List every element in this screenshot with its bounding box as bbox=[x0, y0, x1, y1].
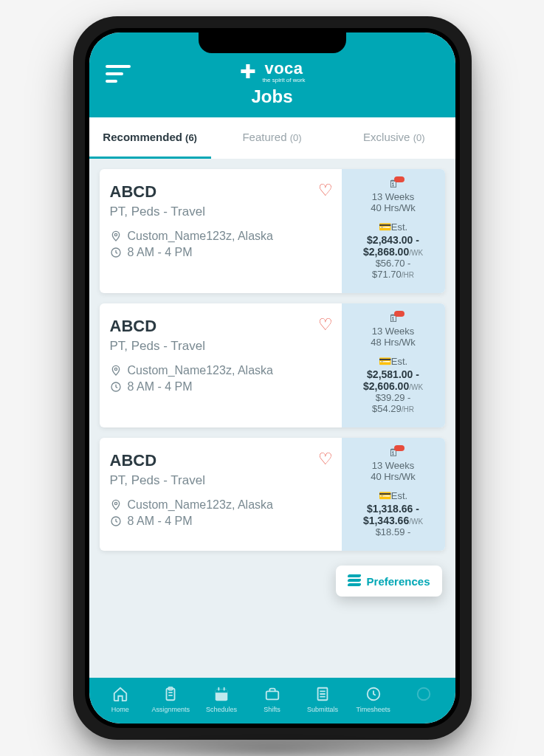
pay-hr-low: $56.70 bbox=[376, 258, 405, 269]
job-location: Custom_Name123z, Alaska bbox=[128, 230, 273, 243]
job-location: Custom_Name123z, Alaska bbox=[128, 364, 273, 377]
tab-count: (0) bbox=[290, 132, 302, 143]
svg-rect-12 bbox=[266, 691, 278, 699]
clock-icon bbox=[110, 247, 122, 258]
calendar-icon: 🗓 bbox=[388, 312, 399, 324]
tab-recommended[interactable]: Recommended (6) bbox=[89, 117, 211, 159]
menu-icon[interactable] bbox=[106, 65, 131, 87]
extra-icon bbox=[415, 685, 433, 703]
job-card[interactable]: ♡ ABCD PT, Peds - Travel Custom_Name123z… bbox=[100, 303, 445, 427]
nav-schedules[interactable]: Schedules bbox=[196, 685, 247, 713]
phone-frame: voca the spirit of work Jobs Recommended… bbox=[73, 16, 472, 740]
job-schedule: 48 Hrs/Wk bbox=[348, 337, 439, 348]
svg-rect-10 bbox=[218, 687, 219, 691]
tab-label: Exclusive bbox=[363, 131, 410, 143]
job-card-side: 🗓 13 Weeks 48 Hrs/Wk 💳Est. $2,581.00 - $… bbox=[342, 303, 445, 427]
job-schedule: 40 Hrs/Wk bbox=[348, 471, 439, 482]
location-icon bbox=[110, 499, 122, 511]
tab-count: (0) bbox=[413, 132, 425, 143]
pay-wk-high: $2,868.00 bbox=[363, 246, 409, 258]
est-label: Est. bbox=[391, 490, 407, 501]
job-list[interactable]: ♡ ABCD PT, Peds - Travel Custom_Name123z… bbox=[89, 159, 455, 678]
est-label: Est. bbox=[391, 356, 407, 367]
layers-icon bbox=[348, 574, 361, 588]
document-icon bbox=[314, 685, 331, 703]
job-location-row: Custom_Name123z, Alaska bbox=[110, 230, 331, 243]
pay-wk-unit: /WK bbox=[409, 383, 423, 391]
clock-nav-icon bbox=[365, 685, 382, 703]
job-hours: 8 AM - 4 PM bbox=[128, 515, 193, 528]
nav-shifts[interactable]: Shifts bbox=[247, 685, 297, 713]
location-icon bbox=[110, 230, 122, 242]
pay-hr-unit: /HR bbox=[402, 405, 414, 413]
job-title: ABCD bbox=[110, 182, 331, 202]
nav-label: Assignments bbox=[152, 706, 190, 713]
job-card-main: ♡ ABCD PT, Peds - Travel Custom_Name123z… bbox=[100, 303, 342, 427]
nav-timesheets[interactable]: Timesheets bbox=[348, 685, 399, 713]
job-hours: 8 AM - 4 PM bbox=[128, 246, 193, 259]
svg-rect-11 bbox=[224, 687, 225, 691]
nav-label: Timesheets bbox=[357, 706, 390, 713]
job-duration: 13 Weeks bbox=[348, 326, 439, 337]
favorite-icon[interactable]: ♡ bbox=[318, 450, 333, 469]
location-icon bbox=[110, 365, 122, 377]
tab-count: (6) bbox=[185, 132, 197, 143]
tab-label: Featured bbox=[242, 131, 286, 143]
clock-icon bbox=[110, 381, 122, 393]
job-duration: 13 Weeks bbox=[348, 191, 439, 202]
job-title: ABCD bbox=[110, 451, 331, 470]
pay-hr-unit: /HR bbox=[402, 271, 414, 279]
nav-submittals[interactable]: Submittals bbox=[297, 685, 348, 713]
tab-label: Recommended bbox=[103, 131, 182, 143]
pay-hr-high: $71.70 bbox=[372, 269, 402, 280]
job-card[interactable]: ♡ ABCD PT, Peds - Travel Custom_Name123z… bbox=[100, 438, 445, 551]
calendar-icon: 🗓 bbox=[388, 178, 399, 190]
page-title: Jobs bbox=[251, 86, 292, 107]
job-hours-row: 8 AM - 4 PM bbox=[110, 380, 331, 394]
nav-assignments[interactable]: Assignments bbox=[145, 685, 196, 713]
svg-rect-9 bbox=[216, 690, 228, 693]
pay-wk-unit: /WK bbox=[409, 518, 423, 526]
job-schedule: 40 Hrs/Wk bbox=[348, 202, 439, 213]
screen: voca the spirit of work Jobs Recommended… bbox=[89, 32, 455, 724]
nav-label: Home bbox=[111, 706, 129, 713]
pay-wk-low: $2,843.00 bbox=[367, 234, 413, 246]
job-hours-row: 8 AM - 4 PM bbox=[110, 515, 331, 528]
svg-point-4 bbox=[114, 502, 117, 504]
job-hours: 8 AM - 4 PM bbox=[128, 380, 193, 394]
tab-exclusive[interactable]: Exclusive (0) bbox=[333, 117, 455, 159]
phone-bezel: voca the spirit of work Jobs Recommended… bbox=[85, 28, 460, 728]
pay-wk-low: $2,581.00 bbox=[367, 368, 413, 380]
pay-wk-low: $1,318.66 bbox=[367, 503, 413, 515]
job-location-row: Custom_Name123z, Alaska bbox=[110, 498, 331, 512]
preferences-button[interactable]: Preferences bbox=[336, 566, 442, 597]
pay-wk-unit: /WK bbox=[409, 249, 423, 257]
bottom-nav: Home Assignments Schedules Shifts bbox=[89, 678, 455, 724]
nav-extra[interactable] bbox=[399, 685, 450, 713]
job-card-main: ♡ ABCD PT, Peds - Travel Custom_Name123z… bbox=[100, 169, 342, 293]
clock-icon bbox=[110, 515, 122, 527]
preferences-label: Preferences bbox=[367, 575, 430, 588]
job-subtitle: PT, Peds - Travel bbox=[110, 473, 331, 488]
job-hours-row: 8 AM - 4 PM bbox=[110, 246, 331, 259]
job-card-main: ♡ ABCD PT, Peds - Travel Custom_Name123z… bbox=[100, 438, 342, 551]
est-label: Est. bbox=[391, 221, 407, 233]
home-icon bbox=[111, 685, 129, 703]
job-duration: 13 Weeks bbox=[348, 460, 439, 471]
job-location-row: Custom_Name123z, Alaska bbox=[110, 364, 331, 377]
brand-name: voca bbox=[264, 59, 303, 78]
calendar-nav-icon bbox=[213, 685, 230, 703]
nav-label: Schedules bbox=[206, 706, 237, 713]
tab-featured[interactable]: Featured (0) bbox=[211, 117, 333, 159]
svg-point-15 bbox=[418, 688, 430, 701]
job-card[interactable]: ♡ ABCD PT, Peds - Travel Custom_Name123z… bbox=[100, 169, 445, 293]
brand-tagline: the spirit of work bbox=[262, 77, 305, 83]
pay-icon: 💳 bbox=[379, 355, 391, 367]
briefcase-icon bbox=[264, 685, 281, 703]
logo-mark-icon bbox=[238, 62, 258, 81]
favorite-icon[interactable]: ♡ bbox=[318, 315, 333, 334]
nav-home[interactable]: Home bbox=[95, 685, 146, 713]
calendar-icon: 🗓 bbox=[388, 447, 399, 458]
favorite-icon[interactable]: ♡ bbox=[318, 181, 333, 200]
job-card-side: 🗓 13 Weeks 40 Hrs/Wk 💳Est. $1,318.66 - $… bbox=[342, 438, 445, 551]
